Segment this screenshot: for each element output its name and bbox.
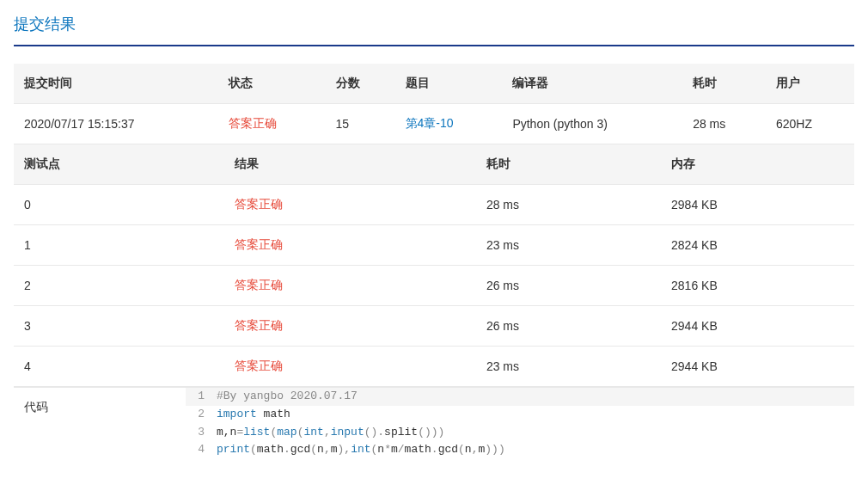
line-number: 3: [186, 424, 217, 442]
testcase-header-row: 测试点 结果 耗时 内存: [14, 144, 854, 185]
summary-table: 提交时间 状态 分数 题目 编译器 耗时 用户 2020/07/17 15:15…: [14, 64, 854, 144]
cell-memory: 2944 KB: [661, 306, 854, 347]
col-testcase: 测试点: [14, 144, 224, 185]
line-content: #By yangbo 2020.07.17: [217, 388, 854, 406]
testcase-row: 2答案正确26 ms2816 KB: [14, 266, 854, 306]
cell-result: 答案正确: [224, 225, 476, 266]
code-label: 代码: [14, 387, 186, 459]
col-status: 状态: [218, 64, 326, 104]
cell-testcase-id: 3: [14, 306, 224, 347]
code-line: 1#By yangbo 2020.07.17: [186, 388, 854, 406]
code-section: 代码 1#By yangbo 2020.07.172import math3m,…: [14, 387, 854, 459]
cell-problem: 第4章-10: [395, 104, 503, 144]
cell-result: 答案正确: [224, 347, 476, 387]
col-problem: 题目: [395, 64, 503, 104]
cell-result: 答案正确: [224, 185, 476, 225]
testcase-row: 3答案正确26 ms2944 KB: [14, 306, 854, 347]
cell-score: 15: [326, 104, 395, 144]
line-content: m,n=list(map(int,input().split())): [217, 424, 854, 442]
cell-testcase-id: 4: [14, 347, 224, 387]
testcase-row: 4答案正确23 ms2944 KB: [14, 347, 854, 387]
line-content: print(math.gcd(n,m),int(n*m/math.gcd(n,m…: [217, 441, 854, 459]
cell-testcase-id: 0: [14, 185, 224, 225]
summary-header-row: 提交时间 状态 分数 题目 编译器 耗时 用户: [14, 64, 854, 104]
cell-testcase-id: 1: [14, 225, 224, 266]
page-title: 提交结果: [14, 14, 854, 46]
code-line: 2import math: [186, 406, 854, 424]
testcase-table: 测试点 结果 耗时 内存 0答案正确28 ms2984 KB1答案正确23 ms…: [14, 144, 854, 387]
cell-memory: 2816 KB: [661, 266, 854, 306]
testcase-row: 0答案正确28 ms2984 KB: [14, 185, 854, 225]
col-memory: 内存: [661, 144, 854, 185]
code-area: 1#By yangbo 2020.07.172import math3m,n=l…: [186, 387, 854, 459]
cell-submit-time: 2020/07/17 15:15:37: [14, 104, 218, 144]
cell-result: 答案正确: [224, 306, 476, 347]
cell-time: 26 ms: [476, 266, 661, 306]
line-content: import math: [217, 406, 854, 424]
cell-compiler: Python (python 3): [502, 104, 682, 144]
col-compiler: 编译器: [502, 64, 682, 104]
cell-time: 23 ms: [476, 347, 661, 387]
cell-time: 28 ms: [476, 185, 661, 225]
cell-memory: 2824 KB: [661, 225, 854, 266]
code-line: 3m,n=list(map(int,input().split())): [186, 424, 854, 442]
col-submit-time: 提交时间: [14, 64, 218, 104]
problem-link[interactable]: 第4章-10: [406, 116, 454, 130]
cell-result: 答案正确: [224, 266, 476, 306]
cell-testcase-id: 2: [14, 266, 224, 306]
line-number: 2: [186, 406, 217, 424]
col-result: 结果: [224, 144, 476, 185]
cell-time: 23 ms: [476, 225, 661, 266]
line-number: 4: [186, 441, 217, 459]
cell-status: 答案正确: [218, 104, 326, 144]
cell-memory: 2984 KB: [661, 185, 854, 225]
testcase-row: 1答案正确23 ms2824 KB: [14, 225, 854, 266]
col-user: 用户: [766, 64, 854, 104]
col-time: 耗时: [682, 64, 766, 104]
line-number: 1: [186, 388, 217, 406]
summary-row: 2020/07/17 15:15:37 答案正确 15 第4章-10 Pytho…: [14, 104, 854, 144]
col-time: 耗时: [476, 144, 661, 185]
cell-user: 620HZ: [766, 104, 854, 144]
cell-time: 26 ms: [476, 306, 661, 347]
col-score: 分数: [326, 64, 395, 104]
cell-time: 28 ms: [682, 104, 766, 144]
cell-memory: 2944 KB: [661, 347, 854, 387]
code-line: 4print(math.gcd(n,m),int(n*m/math.gcd(n,…: [186, 441, 854, 459]
